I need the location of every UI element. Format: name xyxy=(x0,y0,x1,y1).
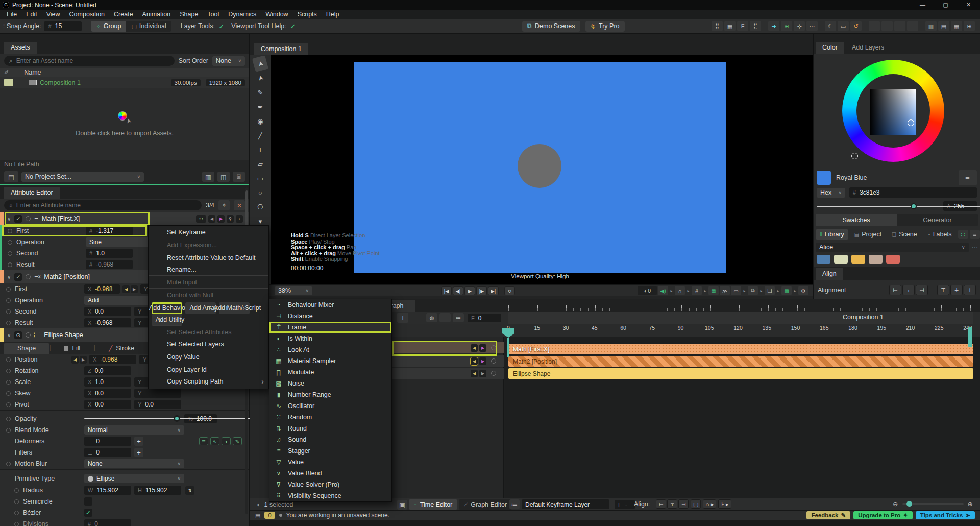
swatch-chip[interactable] xyxy=(886,255,900,264)
tips-and-tricks-button[interactable]: Tips and Tricks➤ xyxy=(916,511,975,519)
filter-settings-icon[interactable]: ≔ xyxy=(453,313,464,322)
viewport-option-icon[interactable]: ⧉ xyxy=(748,286,758,295)
behaviour-menu-item[interactable]: ▩ Noise xyxy=(270,378,391,389)
attr-dot-icon[interactable] xyxy=(6,462,11,466)
assets-empty-area[interactable]: ➤ Double click here to import Assets. xyxy=(0,88,249,160)
context-menu-item[interactable]: Set Keyframe xyxy=(149,227,268,238)
toolbar-icon[interactable] xyxy=(763,21,767,31)
prev-keyframe-icon[interactable]: ◀ xyxy=(71,356,79,364)
pin-icon[interactable]: ⚲ xyxy=(227,215,234,223)
dope-sheet-icon[interactable]: ▣ xyxy=(397,500,407,510)
play-button[interactable]: ▶ xyxy=(464,286,475,295)
loop-button[interactable]: ↻ xyxy=(504,286,515,295)
attr-dot-icon[interactable] xyxy=(6,402,11,407)
align-top-button[interactable]: ⊤ xyxy=(937,285,949,295)
toolbar-icon[interactable]: ☾ xyxy=(825,21,836,31)
context-menu-item[interactable]: Control with Null xyxy=(149,290,268,301)
tab-time-editor[interactable]: ≡Time Editor xyxy=(409,499,457,510)
next-keyframe-icon[interactable]: ▶ xyxy=(479,370,486,377)
falloff-icon[interactable]: ∿ xyxy=(210,437,219,445)
behaviour-menu-item[interactable]: ⊽ Value Blend xyxy=(270,468,391,479)
toolbar-icon[interactable]: ≣ xyxy=(894,21,905,31)
enabled-checkbox[interactable]: ✓ xyxy=(14,273,22,281)
composition-header-bar[interactable]: Composition 1 xyxy=(508,312,973,324)
behaviour-menu-item[interactable]: ⠿ Visibility Sequence xyxy=(270,490,391,501)
menu-item[interactable]: Animation xyxy=(138,10,176,19)
second-value-field[interactable]: #1.0 xyxy=(86,249,133,258)
viewport-option-icon[interactable]: ▸ xyxy=(686,286,691,295)
current-color-swatch[interactable] xyxy=(817,171,831,185)
behaviour-menu-item[interactable]: ∴ Look At xyxy=(270,344,391,355)
menu-item[interactable]: Dynamics xyxy=(224,10,261,19)
labels-button[interactable]: ◔Labels xyxy=(923,229,956,240)
toolbar-icon[interactable] xyxy=(819,21,823,31)
zoom-in-icon[interactable]: ⊕ xyxy=(968,500,973,508)
attr-dot-icon[interactable] xyxy=(14,488,19,493)
prev-keyframe-icon[interactable]: ◀ xyxy=(208,215,215,223)
track-bar-math1[interactable]: Math [First.X] xyxy=(508,344,973,354)
next-keyframe-icon[interactable]: ▶ xyxy=(217,215,225,223)
menu-item[interactable]: Scripts xyxy=(293,10,322,19)
delete-icon[interactable]: ⌸ xyxy=(233,172,245,182)
bezier-checkbox[interactable]: ✓ xyxy=(84,509,92,517)
context-menu-item[interactable]: Add Math/ Script xyxy=(219,302,250,314)
attr-dot-icon[interactable] xyxy=(6,380,11,385)
viewport-option-icon[interactable]: ∩ xyxy=(675,286,685,295)
folder-icon[interactable]: ▥ xyxy=(202,172,214,182)
scale-x-field[interactable]: X1.0 xyxy=(84,377,131,387)
attr-dot-icon[interactable] xyxy=(8,251,12,256)
next-keyframe-icon[interactable]: ▶ xyxy=(131,285,138,293)
slider-handle[interactable] xyxy=(906,501,912,507)
context-menu-item[interactable]: Copy Layer Id xyxy=(149,364,268,376)
align-middle-button[interactable]: ∓ xyxy=(667,499,677,509)
snap-mode-button[interactable]: ⊦ ▸ xyxy=(718,499,731,509)
add-filter-button[interactable]: + xyxy=(134,448,143,457)
viewport-tool[interactable]: ✒ xyxy=(253,100,267,113)
minimize-button[interactable]: — xyxy=(911,0,934,10)
tab-stroke[interactable]: ╱Stroke xyxy=(95,343,148,354)
eyedropper-button[interactable]: ✒ xyxy=(959,170,977,185)
result-value-field[interactable]: #-0.968 xyxy=(86,260,133,269)
collapse-chevron-icon[interactable]: ∨ xyxy=(7,332,11,338)
viewport-tool[interactable]: ◉ xyxy=(253,114,267,128)
maximize-button[interactable]: ▢ xyxy=(934,0,957,10)
viewport-option-icon[interactable]: ▸ xyxy=(776,286,780,295)
align-center-button[interactable]: ∓ xyxy=(902,285,915,295)
viewport-tool[interactable]: ➤ xyxy=(252,55,268,73)
tab-graph-editor[interactable]: ⟋Graph Editor xyxy=(459,499,512,510)
rotation-z-field[interactable]: Z0.0 xyxy=(84,366,131,375)
attr-dot-icon[interactable] xyxy=(6,391,11,396)
context-menu-item[interactable]: Set Selected Layers xyxy=(149,339,268,350)
tab-assets[interactable]: Assets xyxy=(4,42,37,54)
viewport-option-icon[interactable]: # xyxy=(692,286,702,295)
viewport-option-icon[interactable]: ▭ xyxy=(731,286,741,295)
viewport-option-icon[interactable]: ▸ xyxy=(703,286,707,295)
f-field[interactable]: F- xyxy=(615,500,635,509)
first-value-field[interactable]: #-1.317 xyxy=(86,226,133,235)
swatch-chip[interactable] xyxy=(869,255,883,264)
toolbar-icon[interactable]: ▥ xyxy=(925,21,937,31)
keyframe-layer-icon[interactable]: ≔ xyxy=(509,499,520,509)
slider-handle[interactable] xyxy=(911,203,917,209)
align-middle-button[interactable]: ∔ xyxy=(950,285,963,295)
pick-attribute-icon[interactable]: ⌖ xyxy=(218,200,230,210)
group-button[interactable]: ⁘Group xyxy=(91,21,126,32)
add-deformer-button[interactable]: + xyxy=(134,437,143,446)
toolbar-icon[interactable]: ⣏ xyxy=(750,21,761,31)
project-set-select[interactable]: No Project Set...∨ xyxy=(21,172,144,182)
menu-item[interactable]: File xyxy=(2,10,21,19)
behaviour-menu-item[interactable]: ⊽ Value Solver (Pro) xyxy=(270,479,391,490)
position-x-field[interactable]: X-0.968 xyxy=(89,355,136,364)
behaviour-menu-item[interactable]: ∿ Oscillator xyxy=(270,400,391,412)
behaviour-menu-item[interactable]: ♫ Sound xyxy=(270,434,391,445)
toolbar-icon[interactable]: ▦ xyxy=(724,21,736,31)
track-bar-math2[interactable]: Math2 [Position] xyxy=(508,356,973,367)
toolbar-grip[interactable]: ⁞ xyxy=(3,23,4,29)
behaviour-menu-item[interactable]: ⇅ Round xyxy=(270,423,391,434)
asset-search-input[interactable] xyxy=(16,57,169,64)
tab-composition-1[interactable]: Composition 1 xyxy=(254,43,308,55)
viewport-option-icon[interactable]: ▸ xyxy=(793,286,797,295)
viewport-tool[interactable]: ▱ xyxy=(253,157,267,171)
attr-dot-icon[interactable] xyxy=(14,499,19,504)
context-menu-item[interactable]: Copy Scripting Path xyxy=(149,376,268,388)
